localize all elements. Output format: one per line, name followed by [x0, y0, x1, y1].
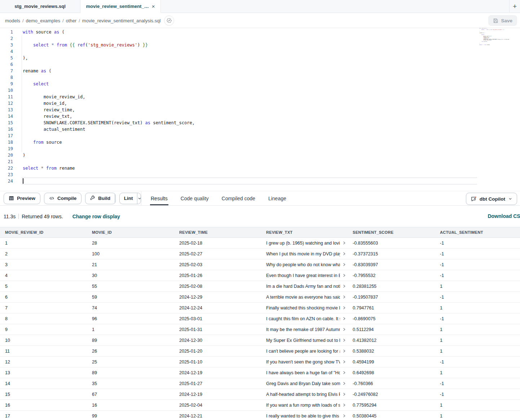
- table-cell: 2024-12-21: [174, 414, 261, 419]
- table-cell: 2024-12-19: [174, 370, 261, 375]
- compile-button[interactable]: Compile: [44, 193, 81, 204]
- code-line[interactable]: from source: [22, 139, 477, 146]
- line-number: 7: [0, 68, 13, 74]
- code-line[interactable]: [22, 178, 477, 184]
- table-cell: 10: [0, 338, 87, 343]
- table-cell: 4: [0, 273, 87, 278]
- table-row: 5552025-02-08Im a die hard Dads Army fan…: [0, 281, 520, 292]
- table-cell: 2025-01-31: [174, 327, 261, 332]
- save-button[interactable]: Save: [488, 15, 517, 26]
- breadcrumb-segment[interactable]: other: [66, 18, 77, 23]
- table-cell: When I put this movie in my DVD playe…: [261, 251, 348, 256]
- code-line[interactable]: [22, 133, 477, 139]
- expand-cell-icon[interactable]: [342, 381, 346, 385]
- expand-cell-icon[interactable]: [342, 403, 346, 407]
- expand-cell-icon[interactable]: [342, 360, 346, 364]
- chat-sparkle-icon: [471, 196, 477, 202]
- ai-edit-button[interactable]: [164, 15, 174, 26]
- code-line[interactable]: select * from {{ ref('stg_movie_reviews'…: [22, 42, 477, 48]
- expand-cell-icon[interactable]: [342, 263, 346, 267]
- expand-cell-icon[interactable]: [342, 252, 346, 256]
- code-line[interactable]: review_time,: [22, 107, 477, 113]
- tab-lineage[interactable]: Lineage: [268, 191, 286, 205]
- tab-code-quality[interactable]: Code quality: [181, 191, 209, 205]
- line-number: 16: [0, 126, 13, 133]
- code-line[interactable]: [22, 146, 477, 152]
- expand-cell-icon[interactable]: [342, 414, 346, 418]
- table-cell: -0.8690075: [348, 316, 435, 321]
- expand-cell-icon[interactable]: [342, 327, 346, 331]
- code-line[interactable]: movie_review_id,: [22, 94, 477, 100]
- build-button[interactable]: Build: [85, 193, 115, 204]
- code-editor[interactable]: 123456789101112131415161718192021222324 …: [0, 28, 520, 191]
- lint-dropdown-button[interactable]: [137, 193, 141, 204]
- editor-code[interactable]: with source as ( select * from {{ ref('s…: [22, 29, 477, 184]
- build-button-group: Build: [85, 193, 115, 204]
- table-cell: 25: [87, 359, 174, 365]
- code-line[interactable]: [22, 171, 477, 178]
- new-tab-button[interactable]: +: [509, 0, 520, 13]
- code-line[interactable]: select * from rename: [22, 165, 477, 171]
- line-number: 2: [0, 35, 13, 42]
- toolbar-buttons: Preview Compile Build Lint: [0, 191, 141, 205]
- code-line[interactable]: ),: [22, 55, 477, 61]
- line-number: 22: [0, 165, 13, 171]
- table-cell: 0.6492698: [348, 370, 435, 375]
- change-row-display-link[interactable]: Change row display: [72, 214, 120, 219]
- expand-cell-icon[interactable]: [342, 241, 346, 245]
- breadcrumb-segment[interactable]: demo_examples: [26, 18, 60, 23]
- code-line[interactable]: [22, 35, 477, 42]
- breadcrumb-segment[interactable]: models: [5, 18, 20, 23]
- breadcrumb-separator: /: [22, 18, 24, 23]
- query-duration: 11.3s: [4, 214, 16, 219]
- code-line[interactable]: [22, 158, 477, 165]
- expand-cell-icon[interactable]: [342, 349, 346, 353]
- close-icon[interactable]: ×: [152, 4, 155, 9]
- expand-cell-icon[interactable]: [342, 338, 346, 342]
- file-tab[interactable]: movie_review_sentiment_…×: [80, 0, 161, 13]
- file-tab[interactable]: stg_movie_reviews.sql: [0, 0, 80, 13]
- preview-button[interactable]: Preview: [4, 193, 40, 204]
- lint-button[interactable]: Lint: [120, 193, 137, 204]
- expand-cell-icon[interactable]: [342, 295, 346, 299]
- expand-cell-icon[interactable]: [342, 273, 346, 277]
- review-text: If you want a fun romp with loads of s…: [266, 403, 340, 408]
- code-line[interactable]: movie_id,: [22, 100, 477, 107]
- line-number: 23: [0, 171, 13, 178]
- code-line[interactable]: review_txt,: [22, 113, 477, 120]
- expand-cell-icon[interactable]: [342, 317, 346, 321]
- tab-compiled-code[interactable]: Compiled code: [222, 191, 255, 205]
- tab-results[interactable]: Results: [151, 191, 168, 205]
- review-text: Greg Davis and Bryan Daly take some …: [266, 381, 340, 386]
- table-cell: -1: [435, 295, 520, 300]
- expand-cell-icon[interactable]: [342, 371, 346, 375]
- minimap[interactable]: with source as ( select * from {{ ref('s…: [479, 28, 509, 49]
- download-csv-link[interactable]: Download CSV: [488, 213, 520, 219]
- code-line[interactable]: rename as (: [22, 68, 477, 74]
- code-line[interactable]: SNOWFLAKE.CORTEX.SENTIMENT(review_txt) a…: [22, 120, 477, 126]
- code-line[interactable]: actual_sentiment: [22, 126, 477, 133]
- floppy-icon: [493, 18, 498, 23]
- code-line[interactable]: select: [22, 81, 477, 87]
- table-cell: I grew up (b. 1965) watching and lovin…: [261, 241, 348, 246]
- table-cell: -1: [435, 241, 520, 246]
- code-line[interactable]: [22, 74, 477, 81]
- code-line[interactable]: with source as (: [22, 29, 477, 35]
- breadcrumb: models/demo_examples/other/movie_review_…: [5, 17, 160, 24]
- expand-cell-icon[interactable]: [342, 306, 346, 310]
- code-line[interactable]: [22, 48, 477, 55]
- table-cell: I have always been a huge fan of "Hom…: [261, 370, 348, 375]
- dbt-copilot-button[interactable]: dbt Copilot: [466, 193, 517, 205]
- breadcrumb-segment[interactable]: movie_review_sentiment_analysis.sql: [82, 18, 161, 23]
- table-cell: 12: [0, 359, 87, 365]
- table-row: 912025-01-31It may be the remake of 1987…: [0, 324, 520, 335]
- table-cell: 0.4594199: [348, 359, 435, 365]
- code-line[interactable]: [22, 87, 477, 94]
- table-cell: 0.77595294: [348, 403, 435, 408]
- build-dropdown-button[interactable]: [115, 193, 116, 204]
- table-cell: -1: [435, 251, 520, 256]
- code-line[interactable]: [22, 61, 477, 68]
- expand-cell-icon[interactable]: [342, 284, 346, 288]
- code-line[interactable]: ): [22, 152, 477, 158]
- expand-cell-icon[interactable]: [342, 392, 346, 396]
